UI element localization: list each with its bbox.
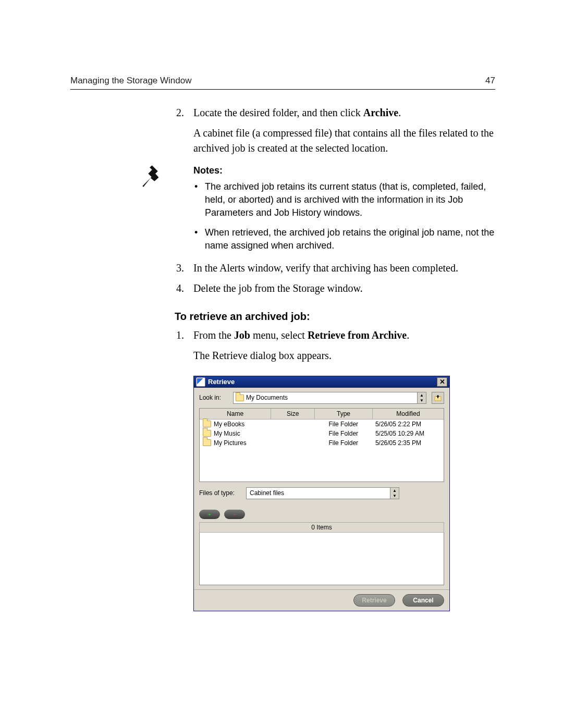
running-header: Managing the Storage Window 47 [70,76,495,90]
page: Managing the Storage Window 47 2. Locate… [0,0,563,728]
folder-up-icon [434,394,442,401]
file-modified: 5/26/05 2:35 PM [372,438,444,448]
step-3: 3. In the Alerts window, verify that arc… [175,261,495,276]
file-list-header: Name Size Type Modified [200,409,444,419]
go-up-button[interactable] [432,392,444,404]
close-button[interactable]: ✕ [437,377,447,387]
cancel-button[interactable]: Cancel [402,594,444,607]
retrieve-button[interactable]: Retrieve [353,594,395,607]
step-2-bold: Archive [363,107,398,118]
file-row[interactable]: My eBooks File Folder 5/26/05 2:22 PM [200,419,444,429]
step-3-number: 3. [175,261,184,276]
col-modified[interactable]: Modified [373,409,444,419]
folder-icon [203,439,211,446]
retrieve-from-archive-bold: Retrieve from Archive [308,329,407,341]
dialog-titlebar: Retrieve ✕ [194,376,449,388]
file-name: My eBooks [214,421,244,428]
file-name: My Pictures [214,439,247,447]
folder-icon [236,394,244,401]
app-icon [196,377,205,387]
step-2-text: Locate the desired folder, and then clic… [193,107,363,118]
files-of-type-combobox[interactable]: Cabinet files ▲ ▼ [246,487,399,499]
content-column: 2. Locate the desired folder, and then c… [175,105,495,611]
file-row[interactable]: My Pictures File Folder 5/26/05 2:35 PM [200,438,444,448]
lookin-label: Look in: [199,394,228,401]
add-button[interactable]: + [199,510,220,519]
combobox-spinner[interactable]: ▲ ▼ [390,488,399,499]
dialog-button-bar: Retrieve Cancel [194,589,449,611]
step-2-paragraph: A cabinet file (a compressed file) that … [193,126,495,156]
step-2: 2. Locate the desired folder, and then c… [175,105,495,120]
retrieve-paragraph: The Retrieve dialog box appears. [193,348,495,363]
chevron-down-icon: ▼ [418,398,426,403]
add-remove-row: + − [199,510,444,519]
retrieve-subheading: To retrieve an archived job: [175,311,495,323]
step-4-text: Delete the job from the Storage window. [193,281,495,296]
retrieve-step-1-body: From the Job menu, select Retrieve from … [193,328,495,343]
file-size [271,419,314,429]
file-row[interactable]: My Music File Folder 5/25/05 10:29 AM [200,429,444,438]
combobox-spinner[interactable]: ▲ ▼ [417,392,426,403]
folder-icon [203,430,211,437]
step-4-number: 4. [175,281,184,296]
notes-heading: Notes: [193,165,495,176]
files-of-type-value: Cabinet files [250,489,284,497]
col-name[interactable]: Name [200,409,271,419]
file-type: File Folder [315,438,372,448]
retrieve-dialog: Retrieve ✕ Look in: My Documents ▲ ▼ [193,376,450,611]
remove-icon: − [233,511,236,517]
file-name: My Music [214,430,240,437]
file-type: File Folder [315,429,372,438]
dialog-body: Look in: My Documents ▲ ▼ [194,388,449,589]
notes-item: When retrieved, the archived job retains… [193,226,495,252]
job-bold: Job [234,329,250,341]
retrieve-step-1-number: 1. [175,328,184,343]
dialog-title: Retrieve [208,378,235,386]
items-count-bar: 0 Items [199,522,444,533]
col-type[interactable]: Type [315,409,373,419]
step-2-period: . [398,107,401,118]
retrieve-step-1: 1. From the Job menu, select Retrieve fr… [175,328,495,343]
notes-item: The archived job retains its current sta… [193,180,495,220]
running-header-title: Managing the Storage Window [70,76,191,86]
add-icon: + [208,511,211,517]
file-list[interactable]: Name Size Type Modified My eBooks File F… [199,408,444,482]
notes-block: Notes: The archived job retains its curr… [193,165,495,252]
lookin-value: My Documents [246,394,288,401]
file-type: File Folder [315,419,372,429]
step-2-body: Locate the desired folder, and then clic… [193,105,495,120]
page-number: 47 [485,76,495,86]
close-icon: ✕ [439,378,445,386]
step-2-number: 2. [175,105,184,120]
lookin-combobox[interactable]: My Documents ▲ ▼ [233,392,426,404]
file-modified: 5/25/05 10:29 AM [372,429,444,438]
chevron-down-icon: ▼ [390,493,399,499]
chevron-up-icon: ▲ [418,392,426,398]
selection-preview [199,533,444,585]
file-modified: 5/26/05 2:22 PM [372,419,444,429]
step-3-text: In the Alerts window, verify that archiv… [193,261,495,276]
notes-list: The archived job retains its current sta… [193,180,495,252]
chevron-up-icon: ▲ [390,488,399,493]
pushpin-icon [139,163,167,192]
step-4: 4. Delete the job from the Storage windo… [175,281,495,296]
file-size [271,438,314,448]
folder-icon [203,421,211,427]
files-of-type-label: Files of type: [199,489,241,497]
remove-button[interactable]: − [224,510,245,519]
col-size[interactable]: Size [271,409,315,419]
file-size [271,429,314,438]
